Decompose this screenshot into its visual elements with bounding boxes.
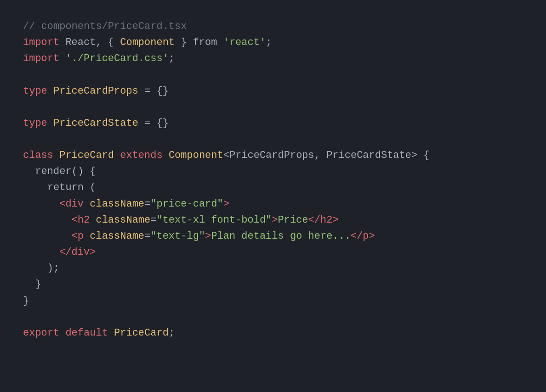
line-div-open: <div className="price-card"> xyxy=(23,196,523,212)
line-type1: type PriceCardProps = {} xyxy=(23,83,523,99)
empty-line xyxy=(23,309,523,325)
line-class-close: } xyxy=(23,293,523,309)
line-paren: ); xyxy=(23,260,523,276)
line-export: export default PriceCard; xyxy=(23,325,523,341)
line-comment: // components/PriceCard.tsx xyxy=(23,18,523,34)
line-render: render() { xyxy=(23,163,523,179)
line-return: return ( xyxy=(23,179,523,196)
line-render-close: } xyxy=(23,276,523,292)
line-import1: import React, { Component } from 'react'… xyxy=(23,34,523,50)
code-container: // components/PriceCard.tsximport React,… xyxy=(23,18,523,341)
line-h2: <h2 className="text-xl font-bold">Price<… xyxy=(23,212,523,228)
line-type2: type PriceCardState = {} xyxy=(23,115,523,131)
empty-line xyxy=(23,67,523,83)
line-div-close: </div> xyxy=(23,244,523,260)
empty-line xyxy=(23,131,523,147)
empty-line xyxy=(23,99,523,115)
line-class: class PriceCard extends Component<PriceC… xyxy=(23,147,523,163)
code-editor: // components/PriceCard.tsximport React,… xyxy=(0,0,546,392)
line-import2: import './PriceCard.css'; xyxy=(23,50,523,67)
line-p: <p className="text-lg">Plan details go h… xyxy=(23,228,523,244)
